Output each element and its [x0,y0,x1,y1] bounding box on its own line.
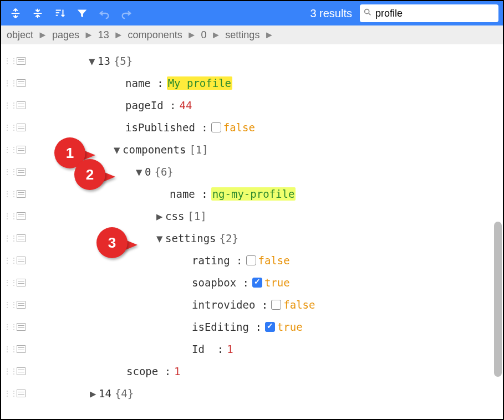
drag-handle-icon[interactable] [3,367,17,376]
breadcrumb-part[interactable]: object [7,29,33,41]
caret-down-icon[interactable]: ▼ [89,55,98,67]
row-menu-icon[interactable] [17,190,26,198]
collapse-all-button[interactable] [28,3,48,23]
node-key: name [125,77,151,89]
node-key: name [170,188,195,200]
node-key: 0 [145,166,151,178]
search-input[interactable] [375,8,504,19]
breadcrumb-part[interactable]: components [128,29,182,41]
tree-row: soapbox : true [1,272,503,294]
row-menu-icon[interactable] [17,79,26,87]
drag-handle-icon[interactable] [3,189,17,198]
node-value[interactable]: 1 [174,365,180,377]
tree-row: ▼ 13 {5} [1,50,503,72]
row-menu-icon[interactable] [17,345,26,353]
node-key: 14 [99,387,111,399]
drag-handle-icon[interactable] [3,145,17,154]
node-key: Id [192,343,205,355]
node-count: {4} [115,387,134,399]
search-box: ▼ ▲ [360,4,498,22]
tree-row: Id : 1 [1,338,503,360]
node-count: [1] [187,210,206,222]
caret-right-icon[interactable]: ▶ [90,387,99,399]
tree-row: introvideo : false [1,294,503,316]
tree-area: 1 2 3 ▼ 13 {5} name : My profile pageId … [1,44,503,419]
drag-handle-icon[interactable] [3,234,17,243]
drag-handle-icon[interactable] [3,101,17,110]
row-menu-icon[interactable] [17,146,26,153]
node-value[interactable]: 1 [227,343,233,355]
boolean-checkbox[interactable] [246,255,256,265]
tree-row: ▶ 14 {4} [1,382,503,404]
breadcrumb-part[interactable]: settings [225,29,259,41]
drag-handle-icon[interactable] [3,123,17,132]
caret-down-icon[interactable]: ▼ [136,166,145,178]
row-menu-icon[interactable] [17,257,26,264]
caret-down-icon[interactable]: ▼ [156,232,165,244]
row-menu-icon[interactable] [17,57,26,65]
row-menu-icon[interactable] [17,390,26,397]
node-key: rating [192,254,230,267]
node-key: settings [165,232,216,244]
caret-right-icon[interactable]: ▶ [156,210,165,222]
drag-handle-icon[interactable] [3,278,17,287]
node-value[interactable]: false [258,254,290,267]
scrollbar[interactable] [494,222,502,377]
boolean-checkbox[interactable] [265,322,275,332]
node-key: css [165,210,184,222]
breadcrumb-part[interactable]: 13 [98,29,109,41]
node-key: isEditing [192,321,249,333]
node-value[interactable]: 44 [180,99,192,111]
search-results-count: 3 results [310,7,352,20]
drag-handle-icon[interactable] [3,300,17,309]
node-value[interactable]: true [277,321,303,333]
node-value[interactable]: ng-my-profile [211,187,296,201]
drag-handle-icon[interactable] [3,167,17,176]
undo-button[interactable] [94,3,114,23]
node-value[interactable]: false [283,299,315,311]
boolean-checkbox[interactable] [271,300,281,310]
svg-point-0 [365,9,369,14]
boolean-checkbox[interactable] [252,278,262,288]
breadcrumb-part[interactable]: pages [52,29,79,41]
drag-handle-icon[interactable] [3,57,17,65]
row-menu-icon[interactable] [17,168,26,176]
drag-handle-icon[interactable] [3,389,17,398]
sort-button[interactable] [50,3,70,23]
drag-handle-icon[interactable] [3,322,17,331]
drag-handle-icon[interactable] [3,79,17,88]
node-key: introvideo [192,299,255,311]
breadcrumb: object► pages► 13► components► 0► settin… [1,25,503,44]
node-key: components [123,144,186,156]
expand-all-button[interactable] [6,3,26,23]
caret-down-icon[interactable]: ▼ [114,144,123,156]
row-menu-icon[interactable] [17,101,26,109]
row-menu-icon[interactable] [17,301,26,309]
node-value[interactable]: true [264,276,290,289]
row-menu-icon[interactable] [17,124,26,131]
node-key: 13 [98,55,110,67]
annotation-callout-3: 3 [96,227,141,258]
row-menu-icon[interactable] [17,234,26,242]
boolean-checkbox[interactable] [211,122,221,132]
filter-button[interactable] [72,3,92,23]
tree-row: ▶ css [1] [1,205,503,227]
node-value[interactable]: false [223,121,255,134]
breadcrumb-part[interactable]: 0 [201,29,207,41]
tree-row: pageId : 44 [1,94,503,116]
drag-handle-icon[interactable] [3,345,17,354]
node-count: {5} [114,55,133,67]
row-menu-icon[interactable] [17,279,26,286]
tree-row: isPublished : false [1,116,503,139]
node-key: pageId [125,99,164,111]
row-menu-icon[interactable] [17,212,26,220]
drag-handle-icon[interactable] [3,212,17,221]
row-menu-icon[interactable] [17,367,26,375]
drag-handle-icon[interactable] [3,256,17,265]
node-key: soapbox [192,276,236,289]
row-menu-icon[interactable] [17,323,26,331]
redo-button[interactable] [116,3,136,23]
node-value[interactable]: My profile [167,76,232,90]
tree-row: rating : false [1,249,503,272]
tree-row: name : My profile [1,72,503,94]
